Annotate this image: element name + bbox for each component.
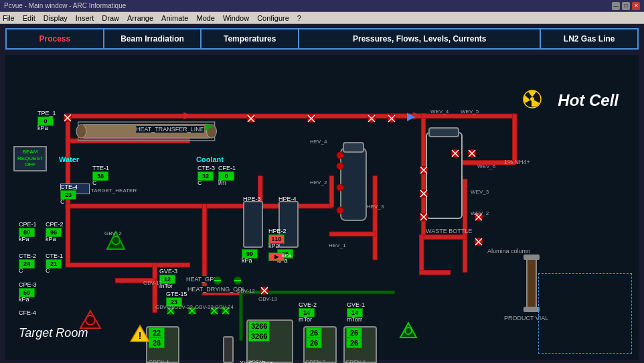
valve-hcell-r2[interactable] — [474, 237, 483, 249]
gve2-unit: mTor — [299, 316, 312, 323]
tab-process[interactable]: Process — [7, 29, 104, 48]
pump-green-right — [399, 321, 418, 343]
nav-tabs: Process Beam Irradiation Temperatures Pr… — [5, 28, 639, 50]
cfe1-label: CFE-1 — [218, 165, 236, 171]
alumina-vessel — [526, 256, 537, 309]
valve-separator-bot2 — [336, 205, 344, 217]
tab-ln2[interactable]: LN2 Gas Line — [541, 29, 637, 48]
window-controls: — □ ✕ — [612, 2, 640, 10]
cpe1-unit: kPa — [19, 236, 29, 242]
valve-separator-bot — [336, 182, 344, 194]
gve2-label: GVE-2 — [299, 301, 317, 308]
cpe2-label: CPE-2 — [46, 221, 64, 228]
gve1-label: GVE-1 — [347, 301, 365, 308]
tank1-value1[interactable]: 22 — [149, 328, 165, 338]
tab-beam-irradiation[interactable]: Beam Irradiation — [104, 29, 202, 48]
cte3-unit: C — [197, 179, 202, 186]
valve-hcell4[interactable] — [419, 189, 428, 201]
beam-request-label: BEAMREQUESTOFF — [17, 149, 43, 168]
beam-request-box: BEAMREQUESTOFF — [13, 146, 47, 171]
hotcell-main-vessel — [426, 132, 463, 219]
heat-transfer-line-label: HEAT_TRANSFER_LINE — [136, 126, 204, 133]
maximize-button[interactable]: □ — [622, 2, 630, 10]
svg-point-15 — [207, 125, 217, 138]
tank1-value2[interactable]: 26 — [149, 338, 165, 348]
valve-mid-top1[interactable] — [246, 114, 256, 126]
close-button[interactable]: ✕ — [632, 2, 640, 10]
svg-rect-31 — [329, 176, 333, 207]
svg-rect-22 — [240, 291, 243, 340]
svg-rect-23 — [463, 179, 467, 272]
hev1-label: HEV_1 — [329, 242, 345, 248]
cpe2-unit: kPa — [46, 236, 56, 242]
hpe3-label: HPE-3 — [243, 196, 261, 202]
target-room-label: Target Room — [19, 326, 88, 340]
cpe3-label: CPE-3 — [19, 281, 37, 288]
cpe1-label: CPE-1 — [19, 221, 37, 228]
menu-draw[interactable]: Draw — [102, 14, 119, 22]
svg-rect-5 — [421, 114, 514, 118]
nh4-label: 1% NH4+ — [504, 159, 530, 165]
tank3-value2[interactable]: 26 — [306, 338, 322, 348]
alumina-column-label: Alumina column — [487, 248, 530, 255]
cpe3-unit: kPa — [19, 296, 29, 303]
gbv22-label: GBV-22 — [174, 304, 193, 310]
menu-configure[interactable]: Configure — [257, 14, 289, 22]
valve-top-right[interactable] — [387, 114, 396, 126]
tank3-value1[interactable]: 26 — [306, 328, 322, 338]
valve-hcell5[interactable] — [419, 212, 428, 224]
valve-mid-top3[interactable] — [367, 114, 376, 126]
hpe1-unit: kPa — [282, 252, 291, 259]
valve-green1[interactable] — [213, 276, 222, 288]
menu-file[interactable]: File — [3, 14, 15, 22]
tab-pressures[interactable]: Pressures, Flows, Levels, Currents — [299, 29, 541, 48]
valve-tpe1[interactable] — [63, 113, 72, 125]
gbv2-label: GBV_2 — [104, 230, 122, 236]
tank2-value1[interactable]: 3266 — [248, 321, 270, 332]
vessel-cap-top — [343, 142, 364, 153]
cte2-label: CTE-2 — [19, 252, 36, 259]
svg-rect-1 — [66, 139, 189, 143]
valve-hcell3[interactable] — [419, 165, 428, 177]
gve3-label: GVE-3 — [159, 268, 177, 275]
valve-green2[interactable] — [233, 276, 242, 288]
gbv17-label: GBV-17 — [143, 280, 162, 286]
svg-rect-10 — [66, 263, 189, 267]
target-heater-label: TARGET_HEATER — [91, 188, 137, 194]
valve-hcell1[interactable] — [451, 149, 460, 161]
tank2-value2[interactable]: 3266 — [248, 331, 270, 342]
svg-rect-9 — [66, 204, 70, 266]
svg-point-44 — [337, 207, 343, 214]
hotcell-vessel-top — [428, 127, 459, 137]
tank4-value2[interactable]: 26 — [346, 338, 362, 348]
empty-dashed-box — [538, 273, 632, 354]
svg-rect-33 — [373, 204, 377, 259]
wev-label-right1: WEV_6 — [477, 163, 495, 169]
menu-insert[interactable]: Insert — [76, 14, 94, 22]
process-area: Hot Cell TPE_1 0 kPa HEAT_TRANSFER_LINE … — [5, 55, 639, 360]
tpe1-label: TPE_1 — [37, 110, 56, 117]
menu-edit[interactable]: Edit — [23, 14, 35, 22]
valve-mid-top2[interactable] — [307, 114, 316, 126]
menu-mode[interactable]: Mode — [196, 14, 215, 22]
alumina-cap-top — [524, 255, 540, 260]
svg-point-14 — [76, 125, 86, 138]
svg-rect-24 — [420, 235, 467, 239]
main-content: Process Beam Irradiation Temperatures Pr… — [0, 24, 644, 363]
separator-vessel — [340, 147, 367, 221]
title-bar: Pcvue - Main window - ARC Informatique —… — [0, 0, 644, 12]
menu-help[interactable]: ? — [297, 14, 301, 22]
gbv13-label: GBV-13 — [258, 296, 277, 302]
minimize-button[interactable]: — — [612, 2, 620, 10]
hpe2-label: HPE-2 — [268, 228, 287, 234]
menu-window[interactable]: Window — [223, 14, 249, 22]
valve-hcell2[interactable] — [467, 149, 477, 161]
menu-animate[interactable]: Animate — [161, 14, 188, 22]
menu-display[interactable]: Display — [44, 14, 68, 22]
menu-arrange[interactable]: Arrange — [127, 14, 153, 22]
tank4-value1[interactable]: 26 — [346, 328, 362, 338]
tab-temperatures[interactable]: Temperatures — [202, 29, 299, 48]
valve-separator-mid — [336, 161, 344, 173]
svg-point-40 — [86, 315, 95, 325]
gden-label: GDEN — [248, 359, 263, 363]
